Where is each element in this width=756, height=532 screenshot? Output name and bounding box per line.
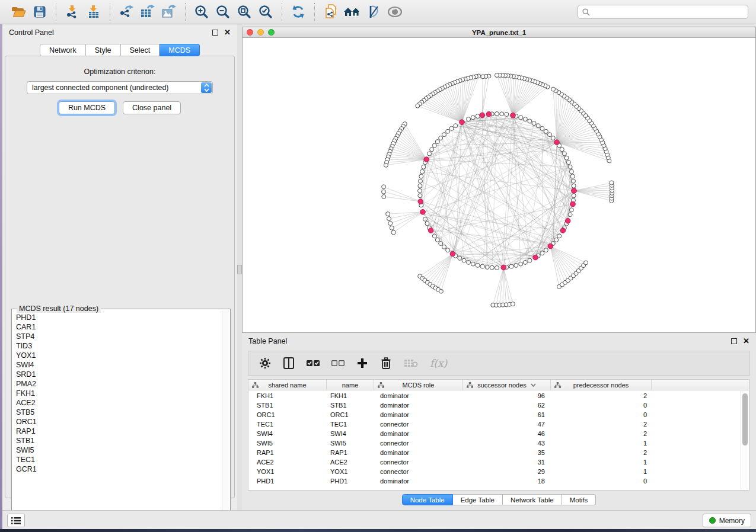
mcds-result-item[interactable]: RAP1 bbox=[16, 427, 221, 436]
table-panel-title: Table Panel bbox=[248, 337, 287, 345]
table-cell: ACE2 bbox=[248, 459, 327, 466]
mcds-result-item[interactable]: YOX1 bbox=[16, 351, 221, 360]
zoom-selected-button[interactable] bbox=[255, 2, 276, 21]
export-network-icon bbox=[119, 5, 134, 19]
table-cell: TEC1 bbox=[327, 421, 374, 428]
close-panel-button[interactable]: Close panel bbox=[123, 101, 181, 114]
close-table-panel-icon[interactable]: ✕ bbox=[743, 338, 749, 344]
table-cell: PHD1 bbox=[248, 477, 327, 485]
delete-column-button[interactable] bbox=[380, 356, 392, 370]
zoom-selected-icon bbox=[258, 4, 273, 20]
table-row[interactable]: SWI4SWI4dominator462 bbox=[248, 429, 741, 438]
mcds-result-item[interactable]: SWI5 bbox=[16, 446, 221, 455]
column-header-shared-name[interactable]: shared name bbox=[248, 380, 327, 390]
zoom-out-button[interactable] bbox=[212, 2, 234, 21]
network-overview-button[interactable] bbox=[342, 2, 363, 21]
tab-network[interactable]: Network bbox=[40, 44, 86, 56]
mcds-result-item[interactable]: STP4 bbox=[16, 332, 221, 341]
mcds-result-item[interactable]: ACE2 bbox=[16, 398, 221, 408]
mcds-result-list[interactable]: PHD1CAR1STP4TID3YOX1SWI4SRD1PMA2FKH1ACE2… bbox=[14, 311, 221, 526]
split-columns-button[interactable] bbox=[283, 356, 295, 370]
table-row[interactable]: YOX1YOX1connector291 bbox=[248, 467, 741, 476]
table-row[interactable]: FKH1FKH1dominator962 bbox=[248, 391, 741, 400]
close-panel-icon[interactable]: ✕ bbox=[224, 30, 231, 36]
tab-motifs[interactable]: Motifs bbox=[562, 494, 596, 505]
mcds-result-item[interactable]: SWI4 bbox=[16, 360, 221, 370]
float-panel-icon[interactable] bbox=[212, 30, 218, 36]
table-settings-button[interactable] bbox=[259, 356, 271, 370]
memory-status-icon bbox=[709, 517, 716, 524]
import-network-button[interactable] bbox=[62, 2, 83, 21]
mcds-result-item[interactable]: TID3 bbox=[16, 341, 221, 351]
mcds-result-item[interactable]: STB5 bbox=[16, 408, 221, 417]
import-table-button[interactable] bbox=[83, 2, 104, 21]
tab-network-table[interactable]: Network Table bbox=[503, 494, 562, 505]
table-row[interactable]: RAP1RAP1dominator352 bbox=[248, 448, 741, 457]
column-header-successor-nodes[interactable]: successor nodes bbox=[463, 380, 551, 390]
column-header-filler bbox=[652, 380, 749, 390]
column-header-name[interactable]: name bbox=[327, 380, 374, 390]
mcds-result-item[interactable]: TEC1 bbox=[16, 455, 221, 464]
hide-panels-button[interactable] bbox=[363, 2, 384, 21]
show-graphics-button[interactable] bbox=[384, 2, 406, 21]
mcds-result-item[interactable]: CAR1 bbox=[16, 322, 221, 332]
criterion-select[interactable]: largest connected component (undirected) bbox=[27, 81, 213, 94]
function-builder-button[interactable]: f(x) bbox=[430, 356, 447, 370]
mcds-result-item[interactable]: SRD1 bbox=[16, 370, 221, 379]
zoom-fit-button[interactable] bbox=[234, 2, 255, 21]
delete-table-button[interactable] bbox=[404, 356, 418, 370]
tab-style[interactable]: Style bbox=[86, 44, 121, 56]
table-cell: 62 bbox=[463, 402, 551, 409]
table-cell: 29 bbox=[463, 468, 551, 475]
export-table-button[interactable] bbox=[137, 2, 158, 21]
table-row[interactable]: ACE2ACE2connector311 bbox=[248, 457, 741, 467]
split-columns-icon bbox=[283, 357, 294, 369]
export-network-button[interactable] bbox=[116, 2, 137, 21]
mcds-result-item[interactable]: STB1 bbox=[16, 436, 221, 446]
import-table-icon bbox=[87, 5, 101, 19]
toolbar-separator bbox=[314, 3, 315, 21]
run-mcds-button[interactable]: Run MCDS bbox=[59, 101, 115, 114]
network-canvas[interactable] bbox=[243, 38, 755, 332]
float-table-panel-icon[interactable] bbox=[731, 338, 737, 344]
vertical-splitter[interactable] bbox=[237, 24, 242, 510]
mcds-result-item[interactable]: ORC1 bbox=[16, 417, 221, 427]
table-row[interactable]: SWI5SWI5connector431 bbox=[248, 438, 741, 448]
select-all-button[interactable] bbox=[307, 356, 320, 370]
tab-select[interactable]: Select bbox=[121, 44, 160, 56]
search-input[interactable] bbox=[593, 8, 744, 16]
open-file-button[interactable] bbox=[8, 2, 29, 21]
memory-button[interactable]: Memory bbox=[703, 514, 751, 527]
export-image-button[interactable] bbox=[158, 2, 180, 21]
tab-node-table[interactable]: Node Table bbox=[402, 494, 453, 505]
table-row[interactable]: PHD1PHD1dominator180 bbox=[248, 476, 741, 486]
table-cell: 1 bbox=[551, 459, 652, 466]
table-scrollbar-thumb[interactable] bbox=[742, 393, 748, 446]
table-row[interactable]: ORC1ORC1dominator610 bbox=[248, 410, 741, 419]
toolbar-separator bbox=[56, 3, 56, 21]
deselect-all-button[interactable] bbox=[331, 356, 344, 370]
mcds-result-item[interactable]: GCR1 bbox=[16, 464, 221, 474]
tab-edge-table[interactable]: Edge Table bbox=[453, 494, 503, 505]
column-header-mcds-role[interactable]: MCDS role bbox=[374, 380, 463, 390]
add-column-button[interactable] bbox=[356, 356, 368, 370]
plus-icon bbox=[357, 358, 368, 368]
mcds-result-item[interactable]: PMA2 bbox=[16, 379, 221, 389]
table-row[interactable]: STB1STB1dominator620 bbox=[248, 400, 741, 410]
houses-icon bbox=[343, 5, 361, 18]
table-row[interactable]: TEC1TEC1connector472 bbox=[248, 419, 741, 429]
mcds-result-item[interactable]: PHD1 bbox=[16, 313, 221, 322]
save-session-button[interactable] bbox=[29, 2, 50, 21]
zoom-in-button[interactable] bbox=[191, 2, 212, 21]
splitter-handle[interactable] bbox=[237, 265, 242, 274]
refresh-button[interactable] bbox=[288, 2, 309, 21]
clone-network-button[interactable] bbox=[320, 2, 342, 21]
mcds-result-item[interactable]: FKH1 bbox=[16, 389, 221, 398]
column-header-predecessor-nodes[interactable]: predecessor nodes bbox=[551, 380, 652, 390]
tab-mcds[interactable]: MCDS bbox=[160, 44, 200, 56]
table-cell: SWI4 bbox=[248, 430, 327, 437]
mcds-result-scrollbar[interactable] bbox=[222, 310, 229, 527]
task-history-button[interactable] bbox=[7, 514, 25, 527]
table-cell: 96 bbox=[463, 392, 551, 399]
table-scrollbar[interactable] bbox=[741, 391, 748, 489]
